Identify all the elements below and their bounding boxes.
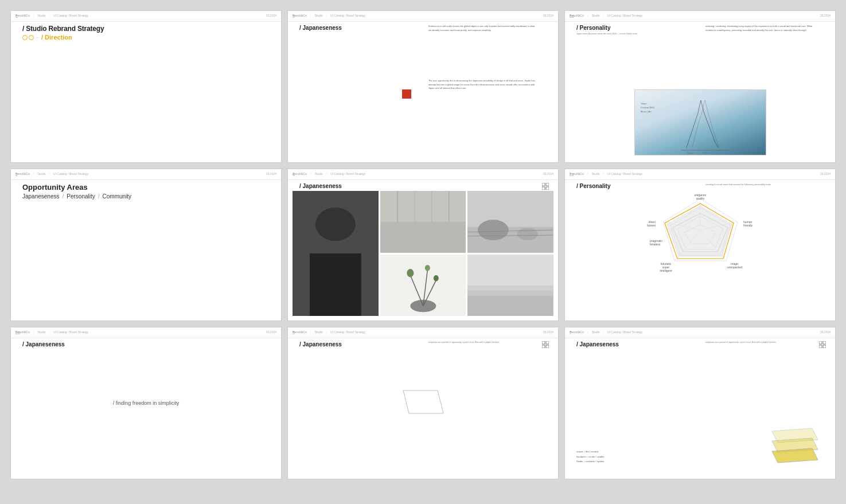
slide-20-title: / Japaneseness — [22, 341, 65, 347]
label-output: output = film / content — [576, 450, 605, 455]
slide-20-nav: Pencil&Co / Studio / UI Catalog / Brand … — [11, 327, 281, 337]
divider — [288, 21, 558, 22]
slide-number-7: 7 — [570, 331, 572, 335]
slide-20[interactable]: Pencil&Co / Studio / UI Catalog / Brand … — [10, 327, 282, 479]
slide-4[interactable]: Pencil&Co / Studio / UI Catalog / Brand … — [287, 169, 559, 321]
divider — [11, 21, 281, 22]
slide-1-subtitle-row: — / Direction — [22, 34, 72, 41]
label-handprint: handprint = center / smaller — [576, 455, 605, 460]
slide-4-title: / Japaneseness — [299, 183, 342, 189]
svg-point-23 — [315, 208, 356, 241]
photo-misty-sea — [467, 255, 553, 317]
slide-number-5: 5 — [293, 331, 295, 335]
slide-5[interactable]: Pencil&Co / Studio / UI Catalog / Brand … — [287, 327, 559, 479]
slide-10[interactable]: Pencil&Co / Studio / UI Catalog / Brand … — [564, 10, 836, 163]
svg-point-18 — [478, 220, 509, 240]
item-community: Community — [103, 193, 132, 200]
slide-5-title: / Japaneseness — [299, 341, 342, 347]
svg-text:Festival 2024: Festival 2024 — [641, 106, 655, 109]
slide-2-nav: Pencil&Co / Studio / UI Catalog / Brand … — [11, 169, 281, 178]
svg-text:quality: quality — [696, 197, 704, 200]
slide-7-grid-icon — [819, 340, 826, 350]
slide-5-subtitle: emptiness as a portrait of opportunity: … — [428, 341, 536, 345]
slide-3-title: / Japaneseness — [299, 25, 342, 31]
slide-12[interactable]: Pencil&Co / Studio / UI Catalog / Brand … — [564, 169, 836, 321]
slide-4-nav: Pencil&Co / Studio / UI Catalog / Brand … — [288, 169, 558, 178]
slide-5-grid-icon — [542, 340, 549, 350]
svg-text:Music | Art: Music | Art — [641, 110, 652, 113]
circles-icon — [22, 35, 34, 40]
radar-chart: elegance quality human friendly magic un… — [643, 187, 758, 274]
slide-12-nav: Pencil&Co / Studio / UI Catalog / Brand … — [565, 169, 835, 178]
svg-rect-62 — [546, 341, 549, 344]
svg-point-19 — [517, 228, 538, 241]
photo-person — [293, 191, 379, 316]
slide-10-viz: Tokyo 2024 Tokyo Festival 2024 Music | A… — [634, 89, 766, 155]
divider — [565, 21, 835, 22]
parallelogram — [400, 388, 446, 419]
circle-1 — [22, 35, 28, 40]
dash-separator: — — [36, 36, 39, 39]
svg-rect-9 — [546, 187, 549, 190]
red-square — [402, 89, 411, 99]
svg-rect-8 — [542, 187, 545, 190]
slide-12-title: / Personality — [576, 183, 610, 189]
slide-3[interactable]: Pencil&Co / Studio / UI Catalog / Brand … — [287, 10, 559, 163]
label-studio: Studio = container / system — [576, 459, 605, 464]
svg-point-32 — [433, 275, 438, 281]
divider — [288, 338, 558, 338]
layer-labels: output = film / content handprint = cent… — [576, 450, 605, 464]
slide-number-2: 2 — [15, 173, 18, 177]
svg-rect-66 — [819, 341, 822, 344]
slide-7-title: / Japaneseness — [576, 341, 619, 347]
svg-point-30 — [407, 269, 414, 277]
slide-20-big-text: / finding freedom in simplicity — [113, 400, 180, 406]
slide-10-nav: Pencil&Co / Studio / UI Catalog / Brand … — [565, 11, 835, 20]
svg-text:Tokyo: Tokyo — [641, 102, 647, 105]
svg-rect-67 — [823, 341, 826, 344]
slide-2-items: Japaneseness / Personality / Community — [22, 193, 131, 200]
divider — [288, 179, 558, 180]
slide-7[interactable]: Pencil&Co / Studio / UI Catalog / Brand … — [564, 327, 836, 479]
slide-3-nav: Pencil&Co / Studio / UI Catalog / Brand … — [288, 11, 558, 20]
slide-2[interactable]: Pencil&Co / Studio / UI Catalog / Brand … — [10, 169, 282, 321]
slide-3-body1: Endeavour is still under known the globa… — [428, 25, 536, 33]
svg-rect-35 — [467, 285, 553, 295]
item-japaneseness: Japaneseness — [22, 193, 60, 200]
svg-rect-69 — [823, 345, 826, 348]
slide-number-4: 4 — [293, 173, 295, 177]
svg-rect-64 — [546, 345, 549, 348]
slide-12-subtitle: creating a visual voice that carries the… — [705, 183, 813, 187]
svg-rect-15 — [380, 222, 466, 253]
slide-2-title: Opportunity Areas — [22, 183, 88, 192]
svg-rect-68 — [819, 345, 822, 348]
slide-number-10: 10 — [570, 14, 574, 18]
svg-text:honest: honest — [646, 224, 656, 227]
slide-5-nav: Pencil&Co / Studio / UI Catalog / Brand … — [288, 327, 558, 337]
svg-rect-63 — [542, 345, 545, 348]
svg-text:unexpected: unexpected — [727, 265, 742, 269]
svg-rect-24 — [310, 253, 361, 316]
svg-marker-65 — [403, 390, 443, 413]
svg-text:timeless: timeless — [650, 243, 661, 246]
svg-rect-6 — [542, 183, 545, 186]
svg-text:intelligent: intelligent — [660, 269, 672, 272]
slide-1[interactable]: Pencil&Co / Studio / UI Catalog / Brand … — [10, 10, 282, 163]
slide-number-12: 12 — [570, 173, 574, 177]
svg-rect-7 — [546, 183, 549, 186]
slide-number-3: 3 — [293, 14, 295, 18]
slide-3-body2: The true opportunity lies in showcasing … — [428, 79, 536, 91]
divider — [565, 338, 835, 338]
slide-10-caption: Japan meets Business meets the event 202… — [576, 33, 637, 35]
slide-number-1: 1 — [15, 14, 18, 18]
divider — [11, 179, 281, 180]
divider — [565, 179, 835, 180]
svg-rect-61 — [542, 341, 545, 344]
circle-2 — [29, 35, 34, 40]
divider — [11, 338, 281, 338]
svg-text:friendly: friendly — [743, 224, 753, 227]
slide-7-subtitle: emptiness as a portrait of opportunity: … — [705, 341, 813, 345]
svg-text:Tokyo: Tokyo — [687, 151, 694, 155]
photo-ikebana — [380, 255, 466, 317]
photo-grid — [293, 191, 553, 316]
